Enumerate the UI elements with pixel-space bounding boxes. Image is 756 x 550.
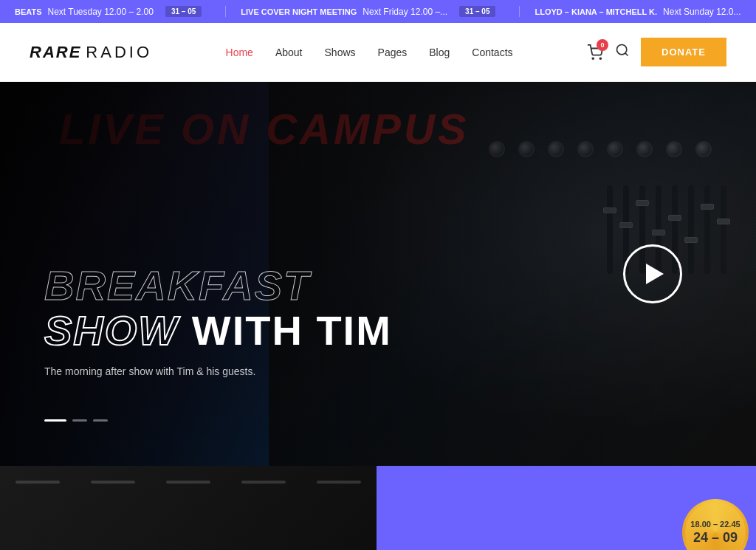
light-2: [91, 481, 135, 484]
svg-point-2: [617, 45, 627, 55]
svg-line-3: [625, 53, 628, 56]
ticker-date-1: 31 – 05: [165, 6, 202, 17]
header-actions: 0 DONATE: [586, 38, 726, 66]
donate-button[interactable]: DONATE: [641, 38, 726, 66]
svg-point-0: [592, 58, 594, 59]
svg-point-1: [599, 58, 601, 59]
event-badge[interactable]: 18.00 – 22.45 24 – 09: [682, 499, 749, 550]
header: RARE RADIO Home About Shows Pages Blog C…: [0, 23, 756, 82]
nav-shows[interactable]: Shows: [325, 47, 356, 58]
search-button[interactable]: [615, 43, 630, 61]
ticker-show-3: Lloyd – Kiana – Mitchell K.: [535, 7, 657, 16]
hero-content: BREAKFAST SHOW WITH TIM The morning afte…: [44, 263, 392, 377]
ticker-item-3: Lloyd – Kiana – Mitchell K. Next Sunday …: [520, 6, 756, 17]
slide-dot-3[interactable]: [93, 419, 108, 422]
logo-radio: RADIO: [86, 43, 152, 62]
ticker-time-2: Next Friday 12.00 –...: [362, 7, 447, 17]
ticker-item-2: Live Cover Night Meeting Next Friday 12.…: [226, 6, 520, 17]
nav-contacts[interactable]: Contacts: [472, 47, 512, 58]
ticker-content: Beats Next Tuesday 12.00 – 2.00 31 – 05 …: [0, 6, 756, 17]
nav-pages[interactable]: Pages: [378, 47, 408, 58]
light-1: [16, 481, 60, 484]
play-button[interactable]: [623, 244, 682, 303]
hero-title-outline: SHOW: [44, 307, 179, 354]
ticker-show-2: Live Cover Night Meeting: [241, 7, 357, 16]
ticker-bar: Beats Next Tuesday 12.00 – 2.00 31 – 05 …: [0, 0, 756, 23]
bottom-left-image: [0, 466, 377, 550]
ticker-item-1: Beats Next Tuesday 12.00 – 2.00 31 – 05: [0, 6, 226, 17]
light-4: [241, 481, 286, 484]
badge-time: 18.00 – 22.45: [690, 519, 740, 529]
ticker-time-3: Next Sunday 12.0...: [663, 7, 740, 17]
nav-about[interactable]: About: [275, 47, 303, 58]
hero-title-line1: BREAKFAST: [44, 263, 392, 309]
nav-home[interactable]: Home: [226, 47, 253, 58]
hero-subtitle: The morning after show with Tim & his gu…: [44, 365, 392, 377]
logo-rare: RARE: [30, 43, 81, 62]
slide-indicators: [44, 419, 108, 422]
hero-title-solid: WITH TIM: [192, 307, 392, 354]
nav-blog[interactable]: Blog: [429, 47, 450, 58]
light-3: [166, 481, 210, 484]
cart-badge: 0: [597, 39, 608, 51]
ticker-time-1: Next Tuesday 12.00 – 2.00: [47, 7, 153, 17]
play-icon: [646, 264, 664, 284]
hero-title-line2: SHOW WITH TIM: [44, 308, 392, 354]
light-5: [317, 481, 361, 484]
slide-dot-2[interactable]: [72, 419, 87, 422]
ticker-show-1: Beats: [15, 7, 41, 16]
badge-date: 24 – 09: [693, 530, 738, 546]
slide-dot-1[interactable]: [44, 419, 66, 422]
main-nav: Home About Shows Pages Blog Contacts: [226, 47, 513, 58]
ticker-date-2: 31 – 05: [459, 6, 495, 17]
logo[interactable]: RARE RADIO: [30, 43, 152, 62]
garage-lights: [0, 481, 377, 484]
bottom-section: 18.00 – 22.45 24 – 09: [0, 466, 756, 550]
hero-section: LIVE ON CAMPUS BREAKFAST SHOW WITH TIM T…: [0, 82, 756, 466]
bottom-right-panel: 18.00 – 22.45 24 – 09: [377, 466, 756, 550]
cart-button[interactable]: 0: [586, 44, 604, 61]
bottom-left-panel: [0, 466, 377, 550]
